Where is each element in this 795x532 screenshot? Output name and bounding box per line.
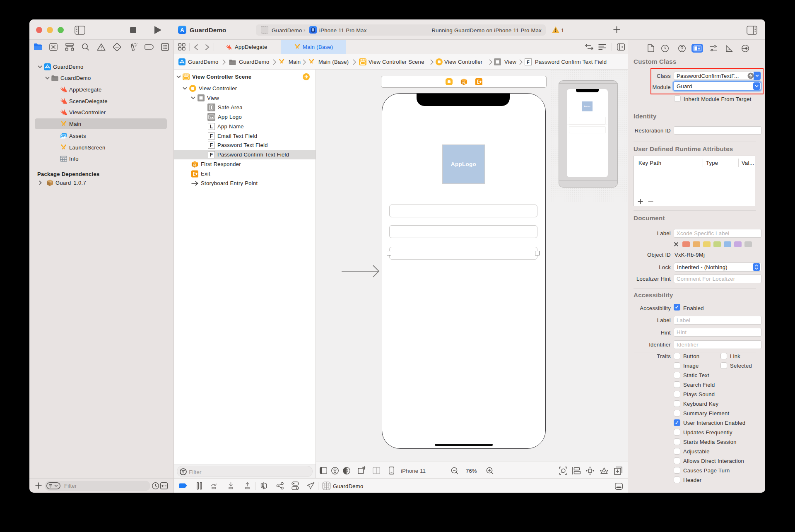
svg-text:F: F bbox=[210, 152, 213, 158]
svg-text:F: F bbox=[527, 60, 530, 65]
svg-text:F: F bbox=[210, 133, 213, 139]
svg-text:01: 01 bbox=[463, 81, 466, 84]
svg-text:01: 01 bbox=[193, 164, 197, 166]
svg-text:F: F bbox=[210, 142, 213, 148]
svg-text:L: L bbox=[210, 124, 213, 130]
